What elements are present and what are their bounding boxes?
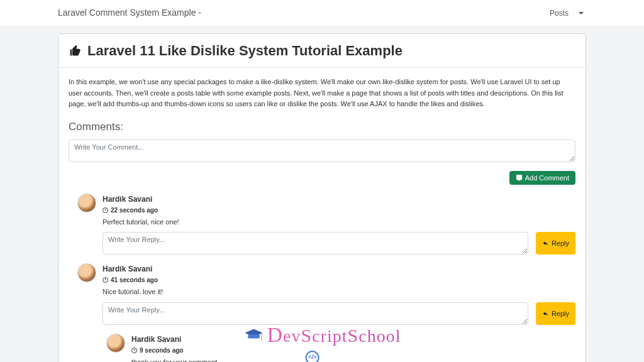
comment-author: Hardik Savani xyxy=(103,263,575,275)
comment-item: Hardik Savani 41 seconds ago Nice tutori… xyxy=(69,263,575,325)
nav-brand[interactable]: Laravel Comment System Example - xyxy=(58,6,201,19)
reply-button[interactable]: Reply xyxy=(536,302,575,325)
post-body: In this example, we won't use any specia… xyxy=(69,77,575,110)
clock-icon xyxy=(131,348,137,353)
clock-icon xyxy=(103,277,108,283)
add-comment-button[interactable]: Add Comment xyxy=(509,171,575,185)
nav-menu-label: Posts xyxy=(550,8,569,19)
comment-author: Hardik Savani xyxy=(131,334,575,345)
chevron-down-icon xyxy=(579,12,584,14)
avatar xyxy=(106,334,125,353)
comments-heading: Comments: xyxy=(69,119,575,135)
comment-item: Hardik Savani 22 seconds ago Perfect tut… xyxy=(69,194,575,255)
comment-body: thank you for your comment xyxy=(131,357,575,362)
reply-icon xyxy=(542,310,549,317)
comment-input[interactable] xyxy=(69,140,575,162)
thumbs-up-icon xyxy=(69,45,82,57)
avatar xyxy=(77,194,96,212)
page-title: Laravel 11 Like Dislike System Tutorial … xyxy=(69,40,575,61)
reply-button[interactable]: Reply xyxy=(536,232,575,255)
avatar xyxy=(77,263,96,282)
comment-time: 41 seconds ago xyxy=(103,275,575,285)
reply-input[interactable] xyxy=(103,232,528,255)
post-card: Laravel 11 Like Dislike System Tutorial … xyxy=(58,33,586,362)
card-header: Laravel 11 Like Dislike System Tutorial … xyxy=(58,34,586,68)
clock-icon xyxy=(103,207,108,213)
comment-time: 9 seconds ago xyxy=(131,346,575,355)
reply-input[interactable] xyxy=(103,302,528,325)
chat-icon xyxy=(516,174,523,181)
comment-body: Perfect tutorial, nice one! xyxy=(103,217,575,228)
comment-item-nested: Hardik Savani 9 seconds ago thank you fo… xyxy=(69,334,575,362)
nav-user-menu[interactable]: Posts xyxy=(550,8,586,19)
comment-body: Nice tutorial. love it! xyxy=(103,287,575,297)
comment-author: Hardik Savani xyxy=(103,194,575,205)
reply-icon xyxy=(542,240,549,246)
comment-time: 22 seconds ago xyxy=(103,206,575,215)
